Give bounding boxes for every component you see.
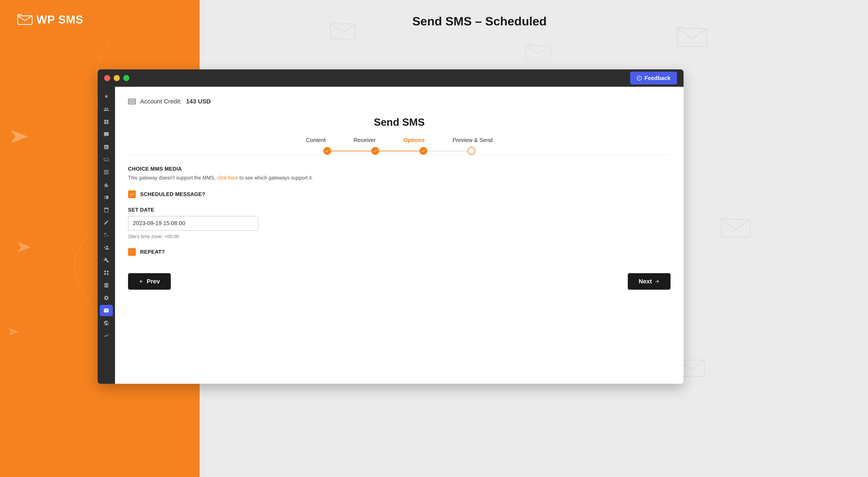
step-node-2	[371, 147, 379, 155]
sidebar-item-table2[interactable]	[100, 280, 113, 291]
sidebar-item-chat[interactable]	[100, 129, 113, 140]
window-content: Account Credit: 143 USD Send SMS Content…	[115, 87, 684, 384]
section-divider	[128, 155, 671, 155]
mms-desc-link[interactable]: click here	[217, 175, 238, 181]
step-receiver-label: Receiver	[349, 137, 380, 143]
close-button[interactable]	[104, 75, 110, 81]
feedback-button[interactable]: Feedback	[630, 72, 677, 84]
title-bar: Feedback	[98, 69, 684, 87]
deco-arrow-2	[18, 238, 35, 257]
minimize-button[interactable]	[114, 75, 120, 81]
wrench-icon	[103, 258, 109, 263]
sidebar-item-grid2[interactable]	[100, 267, 113, 278]
next-button[interactable]: Next	[628, 273, 671, 290]
svg-marker-4	[18, 242, 31, 252]
sidebar-item-table[interactable]	[100, 167, 113, 178]
deco-mail-3	[525, 43, 551, 63]
sidebar-item-magic[interactable]	[100, 229, 113, 241]
wizard-progress-bar	[323, 147, 475, 155]
scheduled-message-row: SCHEDULED MESSAGE?	[128, 191, 671, 198]
svg-rect-26	[639, 78, 640, 79]
step-node-1	[323, 147, 331, 155]
woo-icon: woo	[103, 157, 109, 162]
svg-text:woo: woo	[104, 159, 107, 161]
chart2-icon	[103, 333, 109, 338]
pin-icon	[103, 94, 109, 100]
sidebar-item-mail[interactable]	[100, 305, 113, 316]
next-label: Next	[639, 278, 652, 285]
sidebar-item-wrench[interactable]	[100, 254, 113, 266]
svg-marker-5	[9, 328, 19, 336]
sidebar-item-megaphone[interactable]	[100, 192, 113, 203]
prev-arrow-icon	[139, 279, 144, 284]
svg-marker-3	[11, 130, 28, 143]
sidebar-item-chart[interactable]	[100, 141, 113, 152]
check-icon	[129, 192, 134, 197]
grid-icon	[103, 119, 109, 125]
table-icon	[103, 169, 109, 175]
send-sms-heading: Send SMS	[128, 116, 671, 128]
globe-icon	[103, 320, 109, 326]
logo-area: WP SMS	[18, 13, 83, 26]
timezone-note: Site's time zone: +00:00	[128, 234, 671, 239]
date-input[interactable]	[128, 216, 258, 231]
chart-icon	[103, 144, 109, 150]
sidebar-item-grid[interactable]	[100, 116, 113, 128]
wizard-labels: Content Receiver Options Preview & Send	[302, 137, 497, 143]
step-connector-1	[331, 151, 371, 151]
sidebar-item-globe[interactable]	[100, 317, 113, 329]
bar-chart-icon	[103, 182, 109, 188]
mail-active-icon	[103, 308, 109, 313]
deco-arrow-3	[9, 325, 22, 339]
page-title: Send SMS – Scheduled	[412, 14, 547, 28]
chat-icon	[103, 132, 109, 137]
app-name: WP SMS	[36, 13, 83, 26]
magic-icon	[103, 232, 109, 238]
sidebar-item-calendar[interactable]	[100, 204, 113, 215]
mms-media-desc: This gateway doesn't support the MMS, cl…	[128, 174, 671, 182]
mms-desc-after: to see which gateways support it.	[239, 175, 313, 181]
sidebar-item-pin[interactable]	[100, 91, 113, 102]
sidebar-item-users[interactable]	[100, 104, 113, 115]
svg-point-25	[639, 77, 640, 78]
mac-window: Feedback woo	[98, 69, 684, 384]
sidebar-item-gear[interactable]	[100, 292, 113, 304]
deco-mail-1	[330, 22, 356, 41]
feedback-icon	[637, 75, 642, 81]
account-credit-bar: Account Credit: 143 USD	[128, 98, 671, 105]
button-row: Prev Next	[128, 267, 671, 290]
step-content-label: Content	[302, 137, 330, 143]
prev-button[interactable]: Prev	[128, 273, 171, 290]
gear-icon	[103, 295, 109, 301]
grid2-icon	[103, 270, 109, 276]
credit-label: Account Credit:	[140, 98, 182, 105]
sidebar-item-chart2[interactable]	[100, 330, 113, 341]
user-plus-icon	[103, 245, 109, 250]
scheduled-checkbox[interactable]	[128, 191, 136, 198]
megaphone-icon	[103, 195, 109, 200]
step-options-label: Options	[399, 137, 429, 143]
repeat-row: REPEAT?	[128, 248, 671, 256]
deco-arrow-1	[11, 126, 33, 148]
logo-icon	[18, 14, 33, 25]
credit-value: 143 USD	[186, 98, 211, 105]
mms-desc-before: This gateway doesn't support the MMS,	[128, 175, 215, 181]
window-sidebar: woo	[98, 87, 115, 384]
maximize-button[interactable]	[123, 75, 129, 81]
sidebar-item-pencil[interactable]	[100, 217, 113, 228]
table2-icon	[103, 282, 109, 288]
pencil-icon	[103, 219, 109, 225]
step-node-3	[420, 147, 427, 155]
sidebar-item-woo[interactable]: woo	[100, 154, 113, 165]
set-date-label: SET DATE	[128, 207, 671, 213]
repeat-checkbox[interactable]	[128, 248, 136, 256]
next-arrow-icon	[655, 279, 660, 284]
deco-mail-2	[677, 26, 707, 49]
sidebar-item-userplus[interactable]	[100, 242, 113, 253]
step-connector-3	[427, 151, 467, 151]
step-node-4	[467, 147, 475, 155]
step-preview-label: Preview & Send	[448, 137, 497, 143]
calendar-icon	[103, 207, 109, 213]
mms-media-label: CHOICE MMS MEDIA	[128, 166, 671, 172]
sidebar-item-barChart[interactable]	[100, 179, 113, 191]
